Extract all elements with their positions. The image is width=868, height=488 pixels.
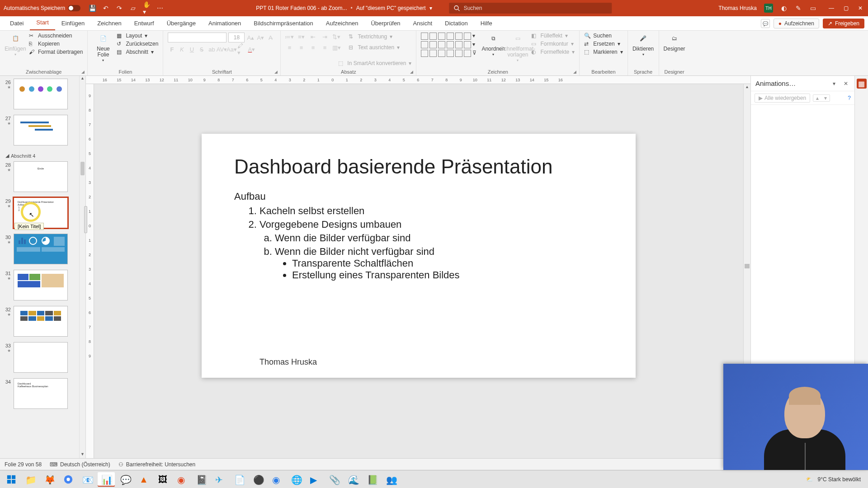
align-left-icon[interactable]: ≡ — [285, 43, 293, 52]
scroll-down-icon[interactable]: ▼ — [80, 452, 85, 458]
list-item[interactable]: Kacheln selbst erstellen — [259, 205, 603, 217]
bullets-icon[interactable]: ≔▾ — [285, 33, 293, 41]
clear-format-icon[interactable]: A̶ — [266, 33, 274, 42]
ink-icon[interactable]: ✎ — [795, 5, 802, 12]
ribbon-display-icon[interactable]: ▭ — [809, 5, 816, 12]
comments-button[interactable]: 💬 — [761, 19, 770, 28]
save-status[interactable]: Auf "diesem PC" gespeichert — [356, 5, 426, 11]
undo-icon[interactable]: ↶ — [102, 5, 109, 12]
list-item[interactable]: Transparente Schaltflächen — [292, 258, 603, 269]
file-explorer-icon[interactable]: 📁 — [22, 472, 39, 487]
tab-entwurf[interactable]: Entwurf — [128, 17, 160, 30]
thumbnail-28[interactable]: 28★ Ende — [2, 161, 77, 192]
thumbnail-32[interactable]: 32★ — [2, 306, 77, 337]
tab-dictation[interactable]: Dictation — [439, 17, 474, 30]
horizontal-ruler[interactable]: 1615141312111098765432101234567891011121… — [86, 76, 750, 84]
close-pane-icon[interactable]: ✕ — [842, 80, 850, 88]
align-center-icon[interactable]: ≡ — [297, 43, 305, 52]
redo-icon[interactable]: ↷ — [116, 5, 123, 12]
vertical-ruler[interactable]: 9876543210123456789 — [86, 84, 94, 458]
outline-button[interactable]: ▭Formkontur ▾ — [531, 41, 575, 47]
list-item[interactable]: Wenn die Bilder verfügbar sind — [275, 232, 603, 244]
thumbnail-27[interactable]: 27★ — [2, 115, 77, 145]
layout-button[interactable]: ▦Layout ▾ — [117, 33, 158, 39]
app-icon[interactable]: 💬 — [117, 472, 134, 487]
maximize-button[interactable]: ▢ — [843, 5, 849, 11]
slide-footer-author[interactable]: Thomas Hruska — [259, 357, 317, 367]
excel-icon[interactable]: 📗 — [363, 472, 381, 487]
customize-qat-icon[interactable]: ⋯ — [156, 5, 164, 12]
reorder-buttons[interactable]: ▴▾ — [813, 94, 830, 102]
outlook-icon[interactable]: 📧 — [79, 472, 96, 487]
find-button[interactable]: 🔍Suchen — [584, 33, 623, 39]
highlight-icon[interactable]: 🖍▾ — [237, 45, 245, 53]
new-slide-button[interactable]: 📄 Neue Folie ▾ — [92, 33, 114, 63]
dialog-launcher[interactable]: ◢ — [410, 70, 415, 74]
scroll-up-icon[interactable]: ▴ — [744, 84, 750, 90]
start-button[interactable] — [3, 472, 20, 487]
designer-tab[interactable]: ▦ — [857, 79, 867, 89]
slide-count[interactable]: Folie 29 von 58 — [5, 461, 42, 468]
shadow-icon[interactable]: ab — [208, 45, 216, 53]
app-icon[interactable]: 📎 — [326, 472, 343, 487]
save-icon[interactable]: 💾 — [89, 5, 96, 12]
scrollbar-handle[interactable] — [80, 162, 85, 175]
indent-inc-icon[interactable]: ⇥ — [321, 33, 329, 41]
app-icon[interactable]: 📄 — [231, 472, 248, 487]
slide-subheading[interactable]: Aufbau — [234, 191, 603, 202]
language-status[interactable]: ⌨Deutsch (Österreich) — [50, 461, 110, 468]
replace-button[interactable]: ⇄Ersetzen ▾ — [584, 41, 623, 47]
paste-button[interactable]: 📋 Einfügen ▾ — [5, 33, 26, 57]
increase-font-icon[interactable]: A▴ — [246, 33, 255, 42]
section-button[interactable]: ▤Abschnitt ▾ — [117, 49, 158, 55]
font-selector[interactable] — [168, 33, 226, 42]
autosave-toggle[interactable]: Automatisches Speichern — [0, 5, 84, 11]
accessibility-status[interactable]: ⚇Barrierefreiheit: Untersuchen — [118, 461, 195, 468]
taskbar-tray[interactable]: ⛅ 9°C Stark bewölkt — [806, 476, 865, 483]
pane-splitter[interactable] — [84, 206, 87, 233]
search-box[interactable]: Suchen — [449, 3, 612, 14]
app-icon[interactable]: 🌐 — [288, 472, 305, 487]
underline-icon[interactable]: U — [188, 45, 196, 53]
list-item[interactable]: Erstellung eines Transparenten Bildes — [292, 269, 603, 281]
quickstyles-button[interactable]: ▭ Schnellformat-vorlagen▾ — [507, 33, 528, 63]
reset-button[interactable]: ↺Zurücksetzen — [117, 41, 158, 47]
tab-start[interactable]: Start — [30, 16, 55, 30]
tab-ueberpruefen[interactable]: Überprüfen — [364, 17, 406, 30]
decrease-font-icon[interactable]: A▾ — [256, 33, 264, 42]
dictate-button[interactable]: 🎤 Diktieren▾ — [632, 33, 654, 57]
slide-canvas[interactable]: Dashboard basierende Präsentation Aufbau… — [94, 84, 743, 458]
account-avatar[interactable]: TH — [764, 4, 773, 13]
app-icon[interactable]: ◉ — [269, 472, 286, 487]
smartart-button[interactable]: ⬚In SmartArt konvertieren ▾ — [338, 60, 411, 66]
powerpoint-icon[interactable]: 📊 — [98, 472, 115, 487]
firefox-icon[interactable]: 🦊 — [41, 472, 58, 487]
touch-mode-icon[interactable]: ✋▾ — [143, 5, 150, 12]
slide[interactable]: Dashboard basierende Präsentation Aufbau… — [202, 134, 636, 378]
teams-icon[interactable]: 👥 — [382, 472, 400, 487]
dialog-launcher[interactable]: ◢ — [274, 70, 279, 74]
thumbnail-34[interactable]: 34 DashboardKaffeehaus Businessplan — [2, 378, 77, 409]
collapse-pane-icon[interactable]: ▾ — [830, 80, 838, 88]
chevron-down-icon[interactable]: ▾ — [429, 5, 432, 11]
tab-hilfe[interactable]: Hilfe — [474, 17, 499, 30]
thumbnail-29[interactable]: 29★ Dashboard basierende PräsentationAuf… — [2, 197, 77, 228]
telegram-icon[interactable]: ✈ — [212, 472, 229, 487]
case-icon[interactable]: Aa▾ — [227, 45, 236, 53]
tab-uebergaenge[interactable]: Übergänge — [160, 17, 202, 30]
select-button[interactable]: ⬚Markieren ▾ — [584, 49, 623, 55]
account-name[interactable]: Thomas Hruska — [718, 5, 757, 11]
thumbnail-26[interactable]: 26★ — [2, 79, 77, 109]
coming-soon-icon[interactable]: ◐ — [780, 5, 788, 12]
format-painter-button[interactable]: 🖌Format übertragen — [29, 49, 83, 55]
align-text-button[interactable]: ⊟Text ausrichten ▾ — [349, 43, 400, 52]
line-spacing-icon[interactable]: ⇅▾ — [332, 33, 340, 41]
record-button[interactable]: ●Aufzeichnen — [774, 19, 819, 28]
justify-icon[interactable]: ≡ — [321, 43, 329, 52]
tab-bildschirm[interactable]: Bildschirmpräsentation — [247, 17, 320, 30]
thumbnails-scrollbar[interactable]: ▲ ▼ — [79, 76, 85, 458]
copy-button[interactable]: ⎘Kopieren — [29, 41, 83, 47]
section-header[interactable]: ◢Abschnitt 4 — [2, 151, 77, 161]
app-icon[interactable]: ▶ — [307, 472, 324, 487]
numbering-icon[interactable]: ≡▾ — [297, 33, 305, 41]
